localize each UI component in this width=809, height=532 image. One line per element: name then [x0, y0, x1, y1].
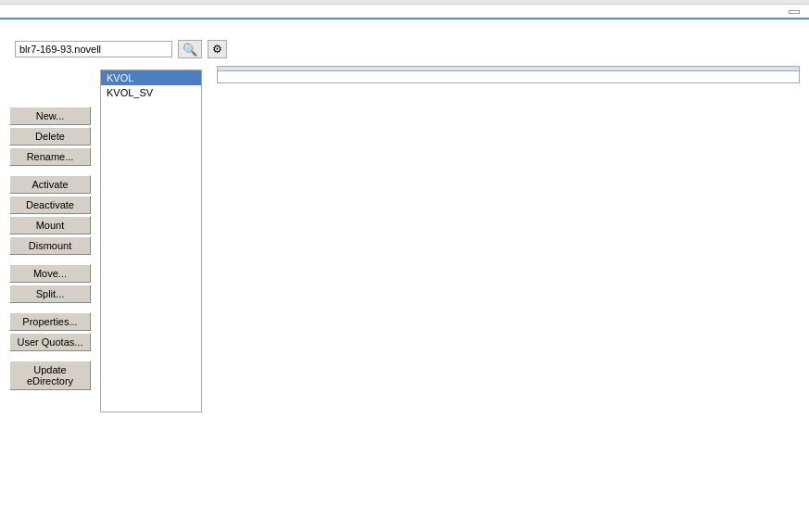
divider-line	[0, 18, 809, 19]
button-spacer	[9, 168, 93, 173]
volume-item[interactable]: KVOL_SV	[101, 85, 201, 100]
move-button[interactable]: Move...	[9, 264, 91, 283]
updateedirectory-button[interactable]: Update eDirectory	[9, 361, 91, 390]
button-spacer	[9, 257, 93, 262]
mount-button[interactable]: Mount	[9, 216, 91, 234]
config-button[interactable]: ⚙	[208, 40, 227, 58]
button-spacer	[9, 353, 93, 359]
split-button[interactable]: Split...	[9, 285, 91, 303]
layout-row: New...DeleteRename...ActivateDeactivateM…	[0, 66, 809, 416]
properties-button[interactable]: Properties...	[9, 312, 91, 331]
dismount-button[interactable]: Dismount	[9, 236, 91, 255]
help-icon[interactable]	[789, 10, 800, 14]
volume-item[interactable]: KVOL	[101, 70, 201, 85]
delete-button[interactable]: Delete	[9, 127, 91, 146]
rename-button[interactable]: Rename...	[9, 147, 91, 166]
volumes-list[interactable]: KVOLKVOL_SV	[100, 70, 202, 412]
buttons-column: New...DeleteRename...ActivateDeactivateM…	[9, 66, 93, 416]
details-table	[217, 71, 800, 83]
search-button[interactable]: 🔍	[178, 40, 202, 58]
volumes-column: KVOLKVOL_SV	[100, 66, 209, 416]
config-icon: ⚙	[212, 43, 222, 56]
activate-button[interactable]: Activate	[9, 175, 91, 194]
deactivate-button[interactable]: Deactivate	[9, 196, 91, 214]
userquotas-button[interactable]: User Quotas...	[9, 333, 91, 351]
new-button[interactable]: New...	[9, 107, 91, 125]
page-header	[0, 5, 809, 18]
description	[0, 25, 809, 36]
action-buttons: New...DeleteRename...ActivateDeactivateM…	[9, 86, 93, 390]
server-row: 🔍 ⚙	[0, 36, 809, 66]
details-column	[217, 66, 800, 416]
button-spacer	[9, 305, 93, 310]
search-icon: 🔍	[183, 43, 197, 57]
server-input[interactable]	[15, 41, 172, 57]
